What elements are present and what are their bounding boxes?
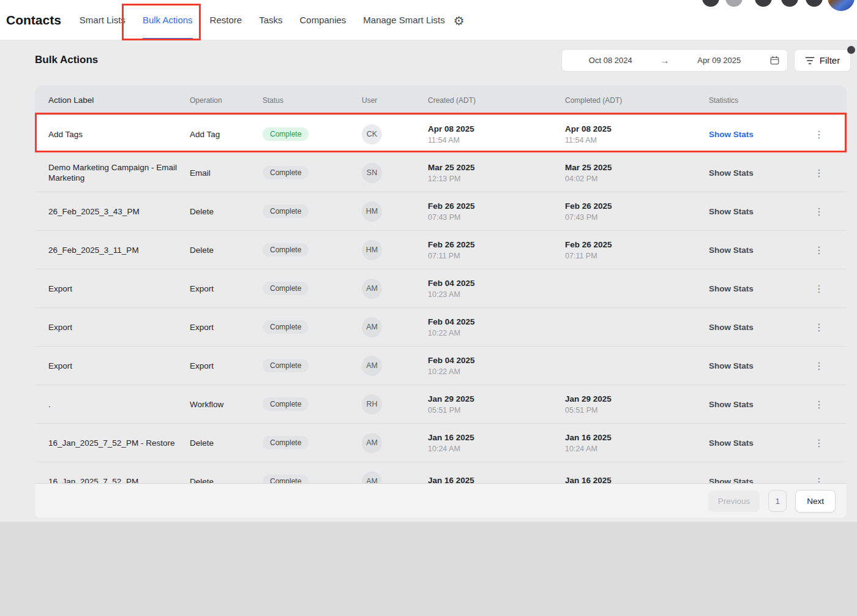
action-label: Export — [35, 284, 190, 294]
completed-time: 10:24 AM — [565, 445, 709, 453]
created-date: Jan 29 2025 — [428, 394, 565, 404]
operation-label: Email — [190, 168, 263, 178]
created-time: 07:11 PM — [428, 252, 565, 260]
completed-time: 07:43 PM — [565, 213, 709, 222]
column-header: Action Label — [35, 95, 190, 105]
kebab-menu-icon[interactable]: ⋮ — [810, 244, 828, 256]
completed-date: Jan 16 2025 — [565, 433, 709, 442]
completed-date: Feb 26 2025 — [565, 240, 709, 249]
user-initials-avatar: CK — [362, 124, 382, 145]
operation-label: Export — [190, 284, 263, 294]
completed-date: Jan 29 2025 — [565, 394, 709, 404]
kebab-menu-icon[interactable]: ⋮ — [810, 283, 828, 295]
action-label: Add Tags — [35, 129, 190, 140]
kebab-menu-icon[interactable]: ⋮ — [810, 476, 828, 484]
page-number-button[interactable]: 1 — [768, 490, 787, 512]
user-initials-avatar: HM — [362, 240, 382, 260]
completed-date: Jan 16 2025 — [565, 476, 709, 484]
show-stats-link[interactable]: Show Stats — [709, 323, 754, 332]
user-initials-avatar: HM — [362, 201, 382, 222]
operation-label: Delete — [190, 476, 263, 484]
kebab-menu-icon[interactable]: ⋮ — [810, 167, 828, 179]
tab-companies[interactable]: Companies — [299, 0, 346, 40]
kebab-menu-icon[interactable]: ⋮ — [810, 360, 828, 372]
created-time: 05:51 PM — [428, 406, 565, 415]
created-date: Apr 08 2025 — [428, 124, 565, 133]
show-stats-link[interactable]: Show Stats — [709, 168, 754, 178]
tab-manage-smart-lists[interactable]: Manage Smart Lists — [363, 0, 444, 40]
table-row: Export Export Complete AM Feb 04 2025 10… — [35, 307, 847, 346]
content-area: Bulk Actions Oct 08 2024 → Apr 09 2025 F… — [0, 40, 857, 616]
completed-time: 11:54 AM — [565, 136, 709, 145]
table-row: 26_Feb_2025_3_11_PM Delete Complete HM F… — [35, 230, 847, 269]
scroll-indicator-dot — [847, 46, 855, 54]
created-date: Mar 25 2025 — [428, 163, 565, 172]
filter-button[interactable]: Filter — [794, 49, 851, 72]
operation-label: Add Tag — [190, 129, 263, 140]
created-date: Feb 26 2025 — [428, 240, 565, 249]
show-stats-link[interactable]: Show Stats — [709, 284, 754, 293]
tab-restore[interactable]: Restore — [210, 0, 242, 40]
date-start[interactable]: Oct 08 2024 — [562, 56, 659, 65]
status-badge: Complete — [263, 243, 309, 257]
action-label: . — [35, 399, 190, 410]
status-badge: Complete — [263, 359, 309, 372]
status-badge: Complete — [263, 166, 309, 179]
status-badge: Complete — [263, 436, 309, 449]
created-date: Feb 26 2025 — [428, 201, 565, 211]
table-row: Demo Marketing Campaign - Email Marketin… — [35, 153, 847, 192]
operation-label: Workflow — [190, 399, 263, 410]
table-body: Add Tags Add Tag Complete CK Apr 08 2025… — [35, 115, 847, 483]
table-row: Export Export Complete AM Feb 04 2025 10… — [35, 346, 847, 385]
action-label: 26_Feb_2025_3_11_PM — [35, 245, 190, 255]
kebab-menu-icon[interactable]: ⋮ — [810, 206, 828, 217]
column-header: User — [362, 96, 428, 105]
date-range-picker[interactable]: Oct 08 2024 → Apr 09 2025 — [561, 49, 788, 72]
table-row: Add Tags Add Tag Complete CK Apr 08 2025… — [35, 115, 847, 153]
created-time: 10:24 AM — [428, 445, 565, 453]
completed-time: 05:51 PM — [565, 406, 709, 415]
created-time: 11:54 AM — [428, 136, 565, 145]
operation-label: Delete — [190, 206, 263, 217]
show-stats-link[interactable]: Show Stats — [709, 207, 754, 216]
previous-page-button[interactable]: Previous — [708, 490, 760, 512]
show-stats-link[interactable]: Show Stats — [709, 130, 754, 139]
show-stats-link[interactable]: Show Stats — [709, 246, 754, 255]
operation-label: Delete — [190, 438, 263, 448]
created-date: Feb 04 2025 — [428, 356, 565, 365]
page-title: Bulk Actions — [35, 54, 98, 66]
action-label: 16_Jan_2025_7_52_PM — [35, 476, 190, 484]
next-page-button[interactable]: Next — [795, 490, 836, 513]
kebab-menu-icon[interactable]: ⋮ — [810, 399, 828, 410]
tab-smart-lists[interactable]: Smart Lists — [80, 0, 125, 40]
tab-bulk-actions[interactable]: Bulk Actions — [143, 0, 193, 40]
created-time: 10:22 AM — [428, 329, 565, 337]
action-label: 26_Feb_2025_3_43_PM — [35, 206, 190, 217]
created-date: Jan 16 2025 — [428, 433, 565, 442]
completed-date: Feb 26 2025 — [565, 201, 709, 211]
column-header: Completed (ADT) — [565, 96, 709, 105]
action-label: Demo Marketing Campaign - Email Marketin… — [35, 162, 190, 183]
arrow-right-icon: → — [659, 55, 671, 66]
show-stats-link[interactable]: Show Stats — [709, 400, 754, 409]
show-stats-link[interactable]: Show Stats — [709, 438, 754, 448]
created-time: 10:23 AM — [428, 290, 565, 299]
completed-time: 07:11 PM — [565, 252, 709, 260]
status-badge: Complete — [263, 320, 309, 334]
kebab-menu-icon[interactable]: ⋮ — [810, 321, 828, 333]
tab-tasks[interactable]: Tasks — [259, 0, 282, 40]
show-stats-link[interactable]: Show Stats — [709, 477, 754, 483]
status-badge: Complete — [263, 282, 309, 295]
user-initials-avatar: SN — [362, 163, 382, 183]
kebab-menu-icon[interactable]: ⋮ — [810, 437, 828, 449]
kebab-menu-icon[interactable]: ⋮ — [810, 129, 828, 140]
gear-icon[interactable]: ⚙ — [454, 0, 465, 40]
user-initials-avatar: AM — [362, 279, 382, 299]
date-end[interactable]: Apr 09 2025 — [671, 56, 768, 65]
table-row: 16_Jan_2025_7_52_PM Delete Complete AM J… — [35, 462, 847, 483]
created-date: Jan 16 2025 — [428, 476, 565, 484]
user-initials-avatar: AM — [362, 317, 382, 337]
show-stats-link[interactable]: Show Stats — [709, 361, 754, 370]
footer-band — [0, 522, 857, 616]
created-time: 12:13 PM — [428, 175, 565, 183]
